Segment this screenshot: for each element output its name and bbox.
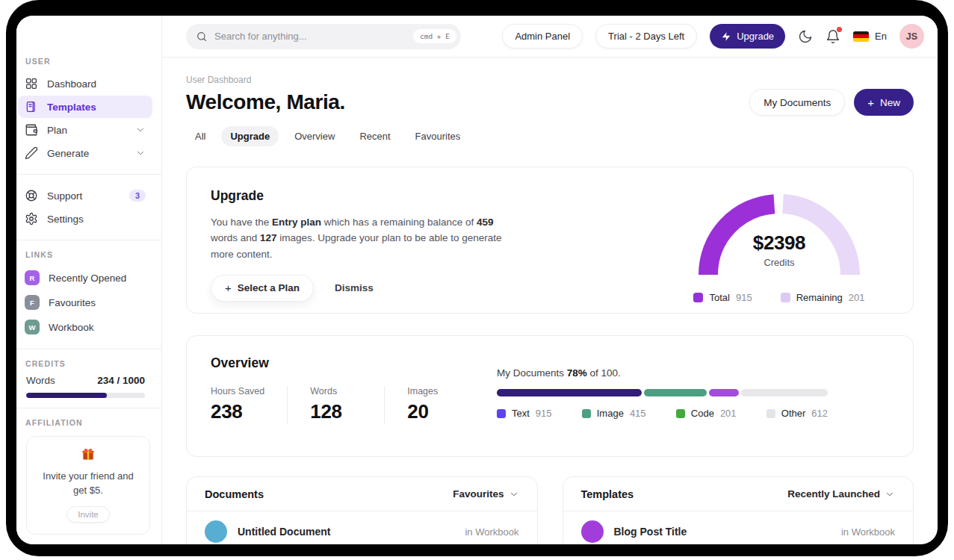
sidebar-item-label: Settings — [47, 214, 84, 225]
tab-bar: All Upgrade Overview Recent Favourites — [186, 126, 914, 146]
legend-name: Remaining — [796, 292, 843, 303]
select-plan-button[interactable]: + Select a Plan — [211, 275, 314, 302]
language-selector[interactable]: En — [853, 31, 887, 42]
template-row[interactable]: Blog Post Title in Workbook — [563, 511, 914, 544]
templates-card: Templates Recently Launched Blog Post Ti… — [563, 476, 914, 544]
credits-row: Words 234 / 1000 — [26, 375, 145, 386]
upgrade-card-body: You have the Entry plan which has a rema… — [211, 214, 521, 262]
sidebar-link-workbook[interactable]: W Workbook — [18, 315, 152, 339]
stat-value: 20 — [407, 400, 459, 423]
sidebar-item-label: Plan — [47, 125, 126, 136]
sidebar-divider — [16, 240, 161, 240]
user-avatar[interactable]: JS — [899, 24, 924, 49]
legend-swatch — [781, 293, 790, 302]
sidebar-item-label: Generate — [47, 148, 126, 159]
sidebar-link-recently-opened[interactable]: R Recently Opened — [18, 266, 152, 290]
templates-icon — [25, 100, 38, 113]
sidebar-item-support[interactable]: Support 3 — [18, 184, 152, 207]
admin-panel-button[interactable]: Admin Panel — [502, 24, 583, 49]
tab-upgrade[interactable]: Upgrade — [221, 126, 279, 146]
device-frame: USER Dashboard Templates Plan Generate S… — [6, 0, 948, 556]
documents-usage-caption: My Documents 78% of 100. — [497, 367, 828, 379]
new-button-label: New — [880, 97, 900, 108]
stat-hours-saved: Hours Saved 238 — [211, 386, 288, 423]
sidebar-item-generate[interactable]: Generate — [18, 142, 152, 164]
chevron-down-icon — [509, 489, 519, 500]
legend-swatch — [582, 409, 591, 418]
upgrade-button-label: Upgrade — [737, 31, 774, 42]
documents-card-title: Documents — [205, 488, 264, 500]
documents-filter-dropdown[interactable]: Favourites — [453, 488, 518, 500]
stat-words: Words 128 — [310, 386, 385, 423]
main-content: User Dashboard Welcome, Maria. My Docume… — [162, 57, 938, 544]
legend-name: Total — [709, 292, 729, 303]
sidebar-item-dashboard[interactable]: Dashboard — [18, 72, 152, 95]
chevron-down-icon — [135, 148, 146, 158]
topbar: cmd + E Admin Panel Trial - 2 Days Left … — [162, 16, 938, 57]
gear-icon — [25, 212, 38, 225]
legend-name: Image — [597, 408, 624, 419]
usage-legend: Text 915 Image 415 Code 201 — [497, 408, 828, 419]
my-documents-button[interactable]: My Documents — [749, 89, 845, 116]
chevron-down-icon — [885, 489, 895, 500]
gauge-legend: Total 915 Remaining 201 — [698, 292, 861, 303]
invite-button[interactable]: Invite — [66, 506, 110, 523]
dismiss-button[interactable]: Dismiss — [335, 282, 374, 293]
legend-name: Text — [512, 408, 530, 419]
bar-segment-text — [497, 389, 642, 396]
flag-stripe — [853, 38, 869, 42]
lightning-icon — [721, 31, 731, 42]
sidebar-item-settings[interactable]: Settings — [18, 208, 152, 230]
sidebar-item-plan[interactable]: Plan — [18, 119, 152, 141]
gauge-value: $2398 — [698, 231, 861, 255]
legend-value: 915 — [536, 408, 552, 419]
legend-total: Total 915 — [693, 292, 752, 303]
dark-mode-toggle[interactable] — [798, 29, 813, 44]
bar-segment-other — [741, 389, 828, 396]
language-label: En — [875, 31, 887, 42]
trial-status-button[interactable]: Trial - 2 Days Left — [595, 24, 697, 49]
app-window: USER Dashboard Templates Plan Generate S… — [16, 16, 938, 544]
tab-all[interactable]: All — [186, 126, 214, 146]
bar-segment-image — [644, 389, 707, 396]
stat-value: 128 — [310, 400, 362, 423]
search-shortcut-badge: cmd + E — [413, 29, 456, 43]
topbar-actions: Admin Panel Trial - 2 Days Left Upgrade … — [502, 24, 924, 49]
tab-favourites[interactable]: Favourites — [406, 126, 470, 146]
notification-dot — [837, 27, 842, 32]
gauge-chart: $2398 Credits — [698, 191, 861, 282]
sidebar-link-favourites[interactable]: F Favourites — [18, 290, 152, 314]
tab-overview[interactable]: Overview — [285, 126, 344, 146]
sidebar-item-label: Templates — [47, 102, 96, 113]
body-text: which has a remaining balance of — [321, 217, 477, 228]
new-button[interactable]: + New — [854, 89, 914, 116]
filter-label: Favourites — [453, 488, 504, 500]
gauge-center-text: $2398 Credits — [698, 231, 861, 268]
sidebar-item-label: Support — [47, 190, 120, 202]
filter-label: Recently Launched — [787, 488, 880, 500]
credits-value: 234 / 1000 — [97, 375, 145, 386]
legend-name: Other — [781, 408, 806, 419]
plan-name: Entry plan — [272, 217, 321, 228]
plus-icon: + — [225, 282, 232, 293]
legend-text: Text 915 — [497, 408, 552, 419]
sidebar-item-templates[interactable]: Templates — [18, 96, 152, 118]
templates-filter-dropdown[interactable]: Recently Launched — [787, 488, 895, 500]
upgrade-button[interactable]: Upgrade — [710, 24, 785, 49]
search-input[interactable] — [214, 31, 406, 42]
notifications-button[interactable] — [826, 29, 840, 44]
template-avatar — [581, 520, 604, 543]
legend-image: Image 415 — [582, 408, 646, 419]
search-box[interactable]: cmd + E — [186, 24, 461, 49]
link-initial-badge: W — [25, 320, 40, 335]
credits-label: Words — [26, 375, 55, 386]
document-name: Untitled Document — [238, 526, 330, 538]
sidebar-divider — [16, 408, 161, 408]
plus-icon: + — [867, 97, 874, 108]
gift-icon — [81, 447, 96, 461]
caption-text: of 100. — [587, 367, 621, 379]
tab-recent[interactable]: Recent — [350, 126, 399, 146]
stat-value: 238 — [211, 400, 264, 423]
document-row[interactable]: Untitled Document in Workbook — [187, 511, 537, 544]
header-actions: My Documents + New — [749, 89, 914, 116]
